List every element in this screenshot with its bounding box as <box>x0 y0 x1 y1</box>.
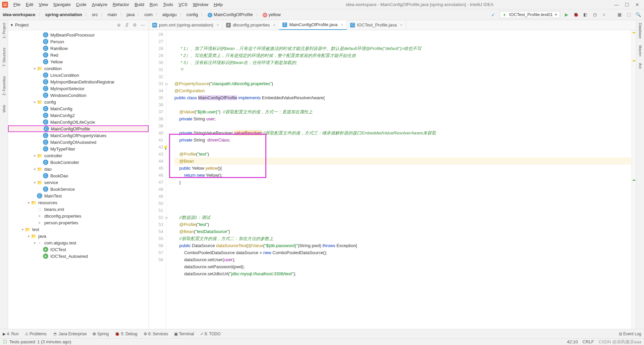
line-number[interactable]: 46 <box>149 172 163 179</box>
breadcrumb-item[interactable]: atguigu <box>162 12 177 17</box>
bottom-tab[interactable]: ▣ Terminal <box>174 332 194 336</box>
tree-node[interactable]: MyBeanPostProcessor <box>8 32 149 38</box>
menu-edit[interactable]: Edit <box>23 2 36 7</box>
code-line[interactable]: dataSource.setUser(user); <box>174 256 631 263</box>
code-line[interactable] <box>174 122 631 129</box>
tree-node[interactable]: ▾service <box>8 179 149 186</box>
menu-window[interactable]: Window <box>190 2 211 7</box>
code-line[interactable]: */ <box>174 66 631 73</box>
tree-node[interactable]: MainConfigOfProfile <box>8 125 149 132</box>
line-number[interactable]: 45 <box>149 165 163 172</box>
line-number[interactable]: 44 <box>149 158 163 165</box>
caret-position[interactable]: 42:10 <box>567 339 578 344</box>
line-number[interactable]: 51 <box>149 207 163 214</box>
code-line[interactable] <box>174 200 631 207</box>
breadcrumb-item[interactable]: idea-workspace <box>3 12 36 17</box>
tree-arrow-icon[interactable]: ▾ <box>32 241 37 245</box>
line-number[interactable]: 57 <box>149 249 163 256</box>
tree-node[interactable]: Person <box>8 38 149 45</box>
tree-arrow-icon[interactable]: ▾ <box>26 234 31 238</box>
close-tab-icon[interactable]: × <box>400 23 402 27</box>
right-tab[interactable]: Database <box>638 21 643 40</box>
bottom-tab[interactable]: ⚙ 8: Services <box>144 332 168 336</box>
line-number[interactable]: 33⟳ <box>149 80 163 87</box>
line-number[interactable]: 38 <box>149 115 163 122</box>
code-line[interactable]: * 3）、没有标注环境标识的bean在，任何环境下都是加载的; <box>174 59 631 66</box>
hide-icon[interactable]: — <box>140 22 146 28</box>
code-line[interactable]: private StringValueResolver valueResolve… <box>174 129 631 136</box>
code-line[interactable]: dataSource.setJdbcUrl("jdbc:mysql://loca… <box>174 270 631 277</box>
code-line[interactable]: @Profile("test") <box>174 221 631 228</box>
line-number[interactable]: 49 <box>149 193 163 200</box>
line-number[interactable]: 35 <box>149 94 163 101</box>
code-line[interactable]: //获取配置文件的值，方式二：加在方法的参数上 <box>174 235 631 242</box>
tree-node[interactable]: ▾java <box>8 233 149 239</box>
tree-node[interactable]: beans.xml <box>8 206 149 213</box>
menu-analyze[interactable]: Analyze <box>89 2 110 7</box>
line-number[interactable]: 32 <box>149 73 163 80</box>
code-line[interactable]: * 1）、加了环境标识的bean，只有这个环境被激活的时候才能注册到容器中。默认… <box>174 45 631 52</box>
line-number[interactable]: 37 <box>149 108 163 115</box>
bottom-tab[interactable]: ▶ 4: Run <box>3 332 19 336</box>
code-line[interactable]: public Yellow yellow(){ <box>174 165 631 172</box>
bottom-tab[interactable]: ✓ 6: TODO <box>200 332 221 336</box>
settings-icon[interactable]: ⬚ <box>626 12 632 18</box>
menu-navigate[interactable]: Navigate <box>51 2 73 7</box>
line-number[interactable]: 41 <box>149 136 163 143</box>
tree-node[interactable]: MainConfigOfPropertyValues <box>8 132 149 139</box>
event-log-tab[interactable]: ⊟ Event Log <box>619 332 641 336</box>
tree-node[interactable]: MainConfigOfLifeCycle <box>8 119 149 125</box>
tree-node[interactable]: IOCTest_Autowired <box>8 253 149 260</box>
line-number[interactable]: 29 <box>149 52 163 59</box>
line-separator[interactable]: CRLF <box>583 339 594 344</box>
tree-node[interactable]: Red <box>8 52 149 58</box>
tree-node[interactable]: person.properties <box>8 219 149 226</box>
tree-node[interactable]: Yellow <box>8 58 149 65</box>
profile-icon[interactable]: ◷ <box>592 12 598 18</box>
tree-arrow-icon[interactable]: ▾ <box>32 181 37 184</box>
menu-file[interactable]: File <box>11 2 23 7</box>
line-number[interactable]: 28 <box>149 45 163 52</box>
code-line[interactable] <box>174 193 631 200</box>
line-number[interactable]: 50 <box>149 200 163 207</box>
line-number[interactable]: 58 <box>149 256 163 263</box>
tree-node[interactable]: LinuxCondition <box>8 72 149 78</box>
close-tab-icon[interactable]: × <box>341 22 343 27</box>
line-number[interactable]: 34 <box>149 87 163 94</box>
code-line[interactable]: public class MainConfigOfProfile impleme… <box>174 94 631 101</box>
line-number[interactable]: 55 <box>149 235 163 242</box>
tree-node[interactable]: MyImportSelector <box>8 85 149 92</box>
tree-node[interactable]: MyImportBeanDefinitionRegistrar <box>8 78 149 85</box>
code-line[interactable] <box>174 101 631 108</box>
tree-node[interactable]: BookController <box>8 159 149 166</box>
tree-arrow-icon[interactable]: ▾ <box>26 201 31 205</box>
update-project-icon[interactable]: ↙ <box>490 12 496 18</box>
menu-vcs[interactable]: VCS <box>176 2 190 7</box>
left-tab[interactable]: 7: Structure <box>1 46 7 68</box>
code-line[interactable]: dataSource.setPassword(pwd); <box>174 263 631 270</box>
code-line[interactable]: @Value("${db.user}") //获取配置文件的值，方式一：直接加在… <box>174 108 631 115</box>
gear-icon[interactable]: ⚙ <box>132 22 138 28</box>
bottom-tab[interactable]: ☕ Java Enterprise <box>53 332 87 336</box>
stop-icon[interactable]: ■ <box>601 12 607 18</box>
code-line[interactable]: } <box>174 179 631 186</box>
editor-tab[interactable]: CIOCTest_Profile.java× <box>347 20 406 30</box>
left-tab[interactable]: Web <box>1 104 7 114</box>
code-line[interactable]: @Profile("test") <box>174 151 631 158</box>
line-number[interactable]: 36 <box>149 101 163 108</box>
line-number[interactable]: 26 <box>149 31 163 38</box>
line-number[interactable]: 52⟳ <box>149 214 163 221</box>
line-number[interactable]: 39 <box>149 122 163 129</box>
close-tab-icon[interactable]: × <box>217 23 219 27</box>
tree-node[interactable]: MainConfig2 <box>8 112 149 119</box>
line-number[interactable]: 43 <box>149 151 163 158</box>
code-line[interactable]: @Bean("testDataSource") <box>174 228 631 235</box>
editor-code[interactable]: * 1）、加了环境标识的bean，只有这个环境被激活的时候才能注册到容器中。默认… <box>166 30 631 329</box>
breadcrumb-item[interactable]: com <box>144 12 153 17</box>
code-line[interactable]: private String driverClass; <box>174 136 631 143</box>
code-line[interactable]: public DataSource dataSourceTest(@Value(… <box>174 242 631 249</box>
tree-node[interactable]: ▾test <box>8 226 149 233</box>
breadcrumb-item[interactable]: main <box>107 12 117 17</box>
line-number[interactable]: 48 <box>149 186 163 193</box>
left-tab[interactable]: 1: Project <box>1 21 7 40</box>
